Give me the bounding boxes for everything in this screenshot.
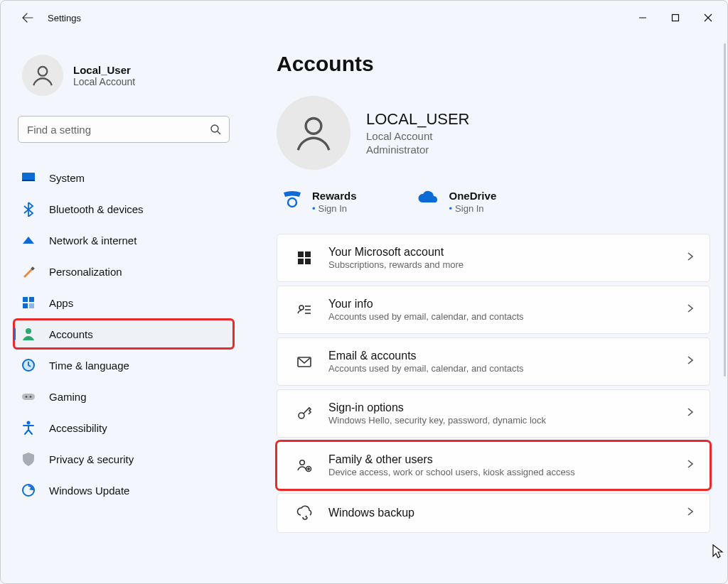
svg-point-16 bbox=[30, 396, 32, 398]
sidebar-item-label: Windows Update bbox=[49, 485, 129, 497]
svg-rect-24 bbox=[305, 259, 311, 264]
card-title: Your info bbox=[328, 298, 524, 310]
minimize-icon bbox=[638, 13, 647, 22]
person-icon bbox=[21, 326, 36, 342]
sidebar-item-shield[interactable]: Privacy & security bbox=[14, 444, 234, 474]
sidebar-item-update[interactable]: Windows Update bbox=[14, 475, 234, 505]
svg-point-31 bbox=[300, 460, 305, 465]
svg-rect-1 bbox=[673, 15, 679, 21]
sidebar-item-label: Accessibility bbox=[49, 422, 107, 434]
system-icon bbox=[21, 170, 36, 185]
key-icon bbox=[293, 406, 316, 421]
scrollbar[interactable] bbox=[722, 43, 726, 580]
sidebar-item-label: Network & internet bbox=[49, 234, 136, 247]
update-icon bbox=[21, 482, 36, 498]
onedrive-action: •Sign In bbox=[449, 203, 497, 214]
sidebar-item-system[interactable]: System bbox=[14, 163, 234, 193]
sidebar-item-person[interactable]: Accounts bbox=[14, 319, 234, 349]
svg-rect-22 bbox=[305, 252, 311, 257]
sidebar-item-label: Privacy & security bbox=[49, 453, 134, 465]
gamepad-icon bbox=[21, 389, 36, 404]
sidebar-item-wifi[interactable]: Network & internet bbox=[14, 225, 234, 255]
search-input[interactable] bbox=[18, 116, 230, 143]
card-backup[interactable]: Windows backup bbox=[277, 493, 710, 533]
profile-line1: Local Account bbox=[366, 130, 470, 142]
chevron-right-icon bbox=[687, 252, 694, 264]
svg-point-3 bbox=[211, 125, 218, 132]
content-area: Local_User Local Account SystemBluetooth… bbox=[1, 35, 727, 583]
nav: SystemBluetooth & devicesNetwork & inter… bbox=[14, 163, 234, 505]
bluetooth-icon bbox=[21, 201, 36, 217]
sidebar-item-clock[interactable]: Time & language bbox=[14, 350, 234, 380]
accessibility-icon bbox=[21, 420, 36, 436]
user-block[interactable]: Local_User Local Account bbox=[22, 55, 234, 96]
card-text: Your info Accounts used by email, calend… bbox=[328, 298, 524, 322]
chevron-right-icon bbox=[687, 507, 694, 519]
svg-point-20 bbox=[288, 198, 296, 207]
apps-icon bbox=[21, 295, 36, 310]
sidebar-item-gamepad[interactable]: Gaming bbox=[14, 382, 234, 411]
window-title: Settings bbox=[48, 13, 81, 23]
svg-rect-10 bbox=[23, 303, 28, 308]
rewards-tile[interactable]: Rewards •Sign In bbox=[282, 190, 357, 214]
sidebar-item-label: Time & language bbox=[49, 359, 129, 372]
profile-avatar bbox=[277, 96, 350, 170]
onedrive-tile[interactable]: OneDrive •Sign In bbox=[415, 190, 497, 214]
sidebar-item-label: Bluetooth & devices bbox=[49, 203, 144, 215]
user-subtitle: Local Account bbox=[73, 76, 135, 87]
wifi-icon bbox=[21, 232, 36, 248]
onedrive-label: OneDrive bbox=[449, 190, 497, 202]
scrollbar-thumb[interactable] bbox=[724, 43, 726, 377]
card-info[interactable]: Your info Accounts used by email, calend… bbox=[277, 286, 710, 334]
card-key[interactable]: Sign-in options Windows Hello, security … bbox=[277, 389, 710, 438]
maximize-icon bbox=[671, 13, 680, 22]
sidebar-item-brush[interactable]: Personalization bbox=[14, 256, 234, 286]
rewards-action: •Sign In bbox=[312, 203, 357, 214]
sidebar-item-accessibility[interactable]: Accessibility bbox=[14, 413, 234, 443]
card-title: Email & accounts bbox=[328, 350, 524, 362]
card-title: Family & other users bbox=[328, 453, 575, 466]
card-text: Sign-in options Windows Hello, security … bbox=[328, 401, 546, 426]
clock-icon bbox=[21, 357, 36, 373]
card-family[interactable]: Family & other users Device access, work… bbox=[277, 441, 710, 490]
card-ms[interactable]: Your Microsoft account Subscriptions, re… bbox=[277, 234, 710, 282]
sidebar-item-label: Accounts bbox=[49, 328, 93, 340]
search-icon bbox=[210, 124, 221, 135]
back-icon bbox=[22, 12, 33, 23]
info-icon bbox=[293, 302, 316, 318]
sidebar-item-bluetooth[interactable]: Bluetooth & devices bbox=[14, 194, 234, 224]
close-button[interactable] bbox=[692, 4, 724, 32]
svg-point-17 bbox=[27, 421, 31, 425]
minimize-button[interactable] bbox=[626, 4, 659, 32]
avatar bbox=[22, 55, 63, 96]
maximize-button[interactable] bbox=[659, 4, 692, 32]
svg-point-12 bbox=[26, 328, 31, 334]
titlebar: Settings bbox=[1, 1, 727, 35]
card-subtitle: Accounts used by email, calendar, and co… bbox=[328, 311, 524, 322]
card-subtitle: Device access, work or school users, kio… bbox=[328, 467, 575, 477]
card-text: Windows backup bbox=[328, 507, 414, 519]
main-panel: Accounts LOCAL_USER Local Account Admini… bbox=[242, 35, 727, 583]
family-icon bbox=[293, 458, 316, 473]
svg-rect-11 bbox=[29, 303, 34, 308]
cloud-row: Rewards •Sign In OneDrive •Sign In bbox=[282, 190, 710, 214]
back-button[interactable] bbox=[14, 4, 42, 32]
svg-rect-23 bbox=[298, 259, 304, 264]
svg-rect-6 bbox=[22, 180, 35, 181]
profile-block: LOCAL_USER Local Account Administrator bbox=[277, 96, 710, 170]
card-mail[interactable]: Email & accounts Accounts used by email,… bbox=[277, 337, 710, 386]
chevron-right-icon bbox=[687, 303, 694, 316]
rewards-label: Rewards bbox=[312, 190, 357, 202]
svg-point-30 bbox=[299, 413, 304, 418]
sidebar: Local_User Local Account SystemBluetooth… bbox=[1, 35, 242, 583]
sidebar-item-apps[interactable]: Apps bbox=[14, 288, 234, 318]
svg-rect-8 bbox=[23, 297, 28, 302]
user-name: Local_User bbox=[73, 64, 135, 76]
profile-name: LOCAL_USER bbox=[366, 110, 470, 129]
svg-point-25 bbox=[299, 305, 304, 310]
shield-icon bbox=[21, 451, 36, 467]
sidebar-item-label: Personalization bbox=[49, 266, 122, 278]
card-title: Windows backup bbox=[328, 507, 414, 519]
svg-line-4 bbox=[218, 131, 220, 134]
card-title: Your Microsoft account bbox=[328, 246, 464, 259]
